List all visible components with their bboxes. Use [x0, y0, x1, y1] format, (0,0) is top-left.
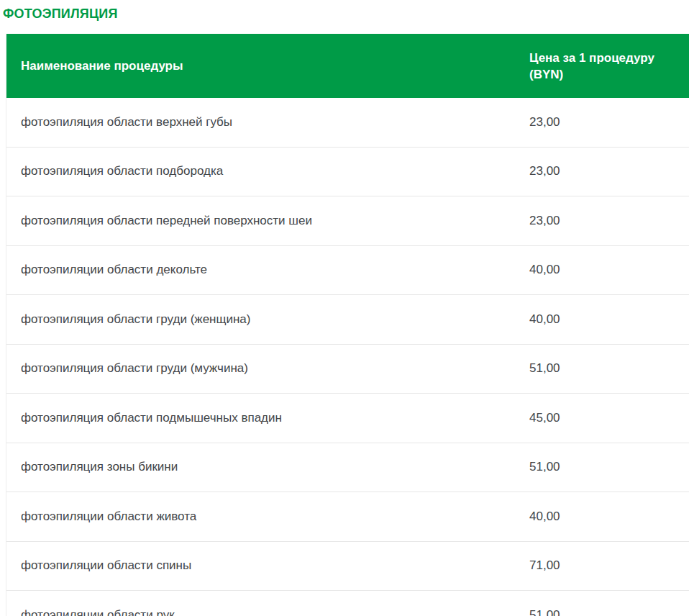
table-row: фотоэпиляция области груди (женщина) 40,… [6, 295, 689, 345]
table-row: фотоэпиляции области живота 40,00 [6, 492, 689, 542]
procedure-price-cell: 23,00 [514, 213, 689, 229]
procedure-name-cell: фотоэпиляция области подмышечных впадин [6, 410, 514, 426]
section-title: ФОТОЭПИЛЯЦИЯ [3, 6, 689, 21]
table-row: фотоэпиляция области передней поверхност… [6, 196, 689, 246]
table-row: фотоэпиляции области спины 71,00 [6, 542, 689, 592]
procedure-price-cell: 23,00 [514, 163, 689, 179]
procedure-price-cell: 23,00 [514, 114, 689, 130]
procedure-name-cell: фотоэпиляции области живота [6, 509, 514, 525]
procedure-name-cell: фотоэпиляция зоны бикини [6, 459, 514, 475]
procedure-name-cell: фотоэпиляция области груди (мужчина) [6, 361, 514, 376]
table-row: фотоэпиляция области груди (мужчина) 51,… [6, 345, 689, 394]
procedure-price-cell: 40,00 [514, 509, 689, 525]
table-row: фотоэпиляция области подбородка 23,00 [6, 148, 689, 197]
procedure-price-cell: 51,00 [514, 607, 689, 616]
procedure-name-cell: фотоэпиляции области спины [6, 558, 514, 574]
procedure-name-cell: фотоэпиляции области рук [6, 607, 514, 616]
procedure-price-cell: 40,00 [514, 312, 689, 327]
procedure-name-cell: фотоэпиляции области декольте [6, 262, 514, 278]
procedure-name-cell: фотоэпиляция области груди (женщина) [6, 312, 514, 327]
procedure-price-cell: 51,00 [514, 361, 689, 376]
procedure-price-cell: 40,00 [514, 262, 689, 278]
procedure-price-cell: 51,00 [514, 459, 689, 475]
table-body: фотоэпиляция области верхней губы 23,00 … [6, 98, 689, 616]
procedure-name-cell: фотоэпиляция области верхней губы [6, 114, 514, 130]
column-header-procedure-name: Наименование процедуры [6, 58, 514, 74]
table-row: фотоэпиляция зоны бикини 51,00 [6, 443, 689, 493]
table-row: фотоэпиляции области рук 51,00 [6, 591, 689, 616]
table-header-row: Наименование процедуры Цена за 1 процеду… [6, 34, 689, 98]
column-header-price: Цена за 1 процедуру (BYN) [514, 50, 689, 83]
procedure-name-cell: фотоэпиляция области подбородка [6, 163, 514, 179]
column-header-price-label: Цена за 1 процедуру (BYN) [529, 50, 659, 83]
table-row: фотоэпиляция области подмышечных впадин … [6, 394, 689, 443]
procedure-price-cell: 45,00 [514, 410, 689, 426]
table-row: фотоэпиляция области верхней губы 23,00 [6, 98, 689, 148]
table-row: фотоэпиляции области декольте 40,00 [6, 246, 689, 296]
procedure-name-cell: фотоэпиляция области передней поверхност… [6, 213, 514, 229]
price-section: ФОТОЭПИЛЯЦИЯ Наименование процедуры Цена… [0, 6, 689, 616]
procedure-price-cell: 71,00 [514, 558, 689, 574]
price-table: Наименование процедуры Цена за 1 процеду… [6, 34, 689, 616]
